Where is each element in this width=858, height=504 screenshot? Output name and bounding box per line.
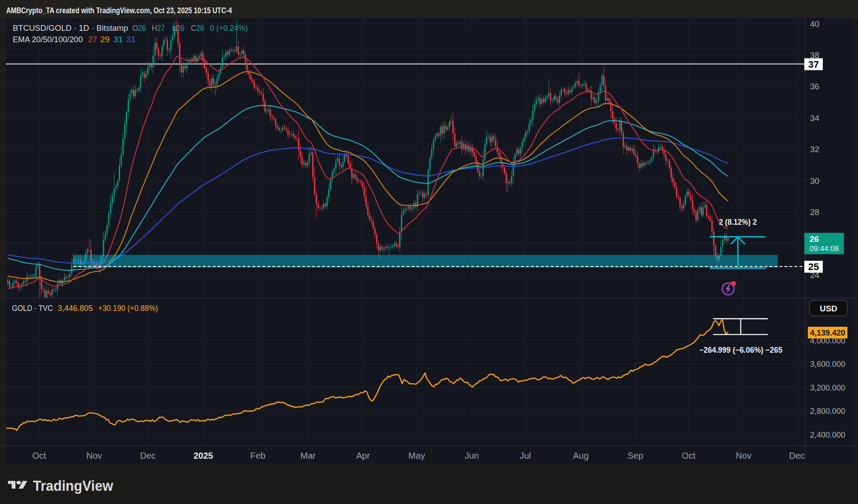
svg-text:2025: 2025 [194, 451, 213, 460]
svg-text:40: 40 [810, 19, 819, 29]
svg-text:2,800.000: 2,800.000 [810, 406, 845, 416]
svg-text:29: 29 [100, 35, 110, 44]
svg-text:09:44:08: 09:44:08 [810, 245, 839, 253]
svg-text:31: 31 [114, 35, 123, 44]
svg-text:EMA 20/50/100/200: EMA 20/50/100/200 [13, 35, 83, 44]
svg-text:Nov: Nov [86, 451, 102, 460]
svg-text:Oct: Oct [32, 451, 46, 460]
svg-text:Oct: Oct [682, 451, 696, 460]
svg-text:26: 26 [810, 234, 819, 244]
svg-text:C26: C26 [191, 23, 204, 33]
svg-text:30: 30 [810, 176, 819, 186]
svg-text:May: May [408, 451, 425, 460]
svg-text:Jun: Jun [465, 451, 479, 460]
svg-text:GOLD · TVC: GOLD · TVC [12, 303, 53, 313]
svg-text:2 (8.12%) 2: 2 (8.12%) 2 [719, 218, 757, 226]
svg-text:+30.190 (+0.88%): +30.190 (+0.88%) [98, 303, 158, 313]
svg-text:2,400.000: 2,400.000 [810, 430, 845, 439]
svg-text:3,446.805: 3,446.805 [58, 303, 93, 313]
svg-text:27: 27 [88, 35, 97, 44]
svg-text:Nov: Nov [736, 451, 752, 460]
svg-text:TradingView: TradingView [33, 477, 113, 494]
svg-text:Jul: Jul [520, 451, 531, 460]
svg-text:Aug: Aug [573, 451, 589, 460]
svg-text:Dec: Dec [140, 451, 156, 460]
svg-text:−264.999 (−6.06%) −265: −264.999 (−6.06%) −265 [699, 346, 782, 354]
svg-text:0 (+0.24%): 0 (+0.24%) [210, 23, 248, 33]
svg-text:O26: O26 [132, 23, 146, 33]
svg-text:25: 25 [808, 261, 819, 272]
svg-text:L26: L26 [172, 23, 184, 33]
svg-text:Mar: Mar [301, 451, 316, 460]
svg-text:34: 34 [810, 113, 820, 123]
svg-text:BTCUSD/GOLD · 1D · Bitstamp: BTCUSD/GOLD · 1D · Bitstamp [13, 23, 128, 33]
svg-text:3,200.000: 3,200.000 [810, 383, 845, 392]
svg-text:36: 36 [810, 82, 819, 91]
svg-text:Sep: Sep [627, 451, 643, 460]
svg-text:Apr: Apr [356, 451, 370, 460]
svg-text:H27: H27 [152, 23, 165, 33]
svg-text:4,139.420: 4,139.420 [810, 328, 845, 337]
svg-text:37: 37 [808, 59, 819, 70]
svg-text:28: 28 [810, 208, 819, 217]
svg-text:31: 31 [126, 35, 136, 44]
svg-text:AMBCrypto_TA created with Trad: AMBCrypto_TA created with TradingView.co… [6, 6, 232, 15]
svg-text:3,600.000: 3,600.000 [810, 359, 845, 369]
svg-text:Dec: Dec [789, 451, 805, 460]
svg-text:USD: USD [820, 304, 837, 313]
svg-text:32: 32 [810, 145, 819, 154]
svg-text:Feb: Feb [250, 451, 265, 460]
